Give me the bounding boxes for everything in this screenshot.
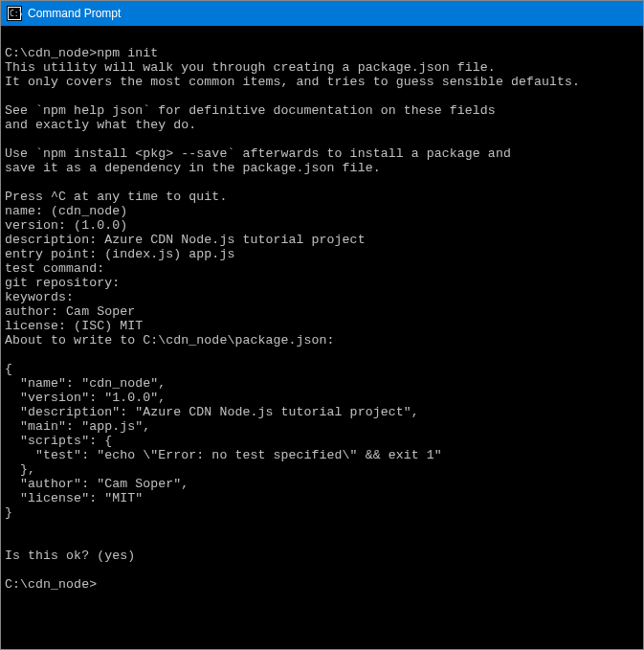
command-prompt-window: C:\ Command Prompt C:\cdn_node>npm init … [0, 0, 644, 650]
cmd-icon: C:\ [7, 6, 22, 21]
titlebar[interactable]: C:\ Command Prompt [1, 1, 643, 26]
terminal-output[interactable]: C:\cdn_node>npm init This utility will w… [1, 26, 643, 649]
svg-text:C:\: C:\ [10, 10, 22, 18]
window-title: Command Prompt [28, 7, 121, 20]
